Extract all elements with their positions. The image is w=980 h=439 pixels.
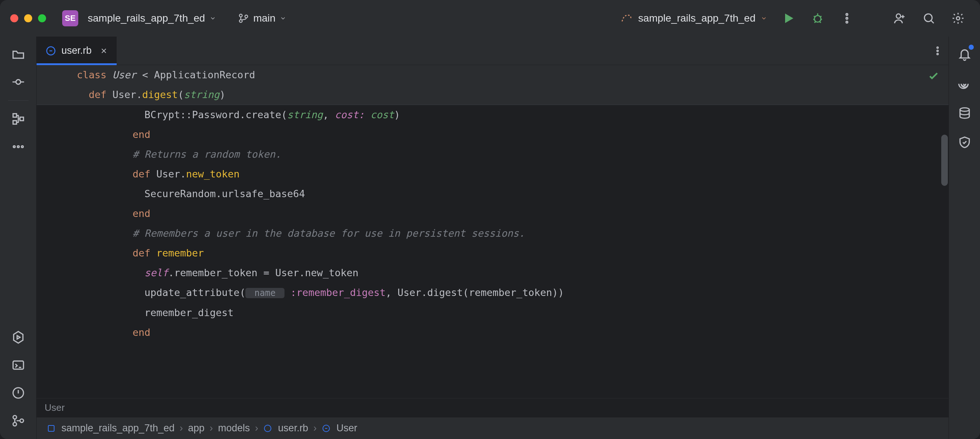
database-tool-button[interactable] [953, 102, 976, 125]
problems-tool-button[interactable] [5, 380, 32, 406]
code-line[interactable]: def remember [80, 243, 948, 263]
titlebar: SE sample_rails_app_7th_ed main sample_r… [0, 0, 980, 37]
chevron-down-icon [210, 15, 216, 22]
close-window-button[interactable] [10, 14, 18, 22]
project-badge: SE [62, 10, 78, 26]
code-line[interactable]: end [80, 204, 948, 223]
svg-point-2 [245, 15, 248, 18]
tab-user-rb[interactable]: user.rb [37, 37, 117, 65]
svg-point-14 [13, 145, 15, 147]
notification-dot [969, 45, 974, 50]
more-actions-button[interactable] [835, 6, 859, 30]
svg-point-29 [960, 108, 969, 112]
editor[interactable]: class User < ApplicationRecord def User.… [37, 65, 948, 398]
svg-point-5 [846, 18, 848, 19]
chevron-right-icon: › [180, 423, 183, 434]
ellipsis-icon [11, 140, 25, 154]
svg-point-4 [846, 14, 848, 15]
terminal-tool-button[interactable] [5, 352, 32, 378]
ruby-file-icon [263, 424, 273, 433]
code-line[interactable]: class User < ApplicationRecord [37, 65, 948, 85]
scrollbar-thumb[interactable] [941, 135, 948, 186]
window-controls [10, 14, 46, 22]
svg-rect-17 [13, 361, 24, 369]
crumb-item[interactable]: user.rb [278, 423, 308, 434]
notifications-button[interactable] [953, 43, 976, 66]
crumb-item[interactable]: models [218, 423, 250, 434]
svg-point-16 [21, 145, 23, 147]
git-icon [11, 414, 25, 428]
class-icon [322, 424, 331, 433]
code-line[interactable]: # Returns a random token. [80, 145, 948, 164]
code-line[interactable]: def User.new_token [80, 164, 948, 184]
svg-rect-12 [13, 121, 16, 125]
close-icon[interactable] [100, 47, 108, 55]
code-with-me-button[interactable] [888, 6, 911, 30]
run-button[interactable] [777, 6, 800, 30]
crumb-item[interactable]: User [336, 423, 357, 434]
more-tools-button[interactable] [5, 134, 32, 160]
maximize-window-button[interactable] [38, 14, 46, 22]
svg-point-1 [239, 20, 242, 23]
chevron-right-icon: › [255, 423, 258, 434]
svg-rect-26 [48, 425, 54, 431]
ai-assistant-button[interactable] [953, 72, 976, 95]
settings-button[interactable] [947, 6, 970, 30]
checkmark-icon [928, 70, 940, 82]
run-config-selector[interactable]: sample_rails_app_7th_ed [617, 10, 771, 27]
svg-point-25 [937, 53, 938, 54]
database-icon [958, 106, 972, 120]
structure-tool-button[interactable] [5, 106, 32, 132]
code-line[interactable]: end [80, 125, 948, 145]
code-line[interactable]: update_attribute( name :remember_digest,… [80, 283, 948, 303]
rails-icon [620, 12, 633, 24]
crumb-item[interactable]: sample_rails_app_7th_ed [61, 423, 174, 434]
project-selector[interactable]: sample_rails_app_7th_ed [84, 10, 220, 26]
code-line[interactable]: # Remembers a user in the database for u… [80, 223, 948, 243]
terminal-icon [11, 358, 25, 372]
commit-tool-button[interactable] [5, 69, 32, 95]
tab-options-button[interactable] [927, 37, 948, 65]
code-line[interactable]: def User.digest(string) [37, 85, 948, 105]
code-line[interactable]: SecureRandom.urlsafe_base64 [80, 184, 948, 204]
crumb-item[interactable]: app [188, 423, 204, 434]
branch-icon [238, 13, 249, 24]
svg-rect-13 [20, 117, 24, 121]
editor-breadcrumb-label: User [45, 402, 65, 413]
project-tool-button[interactable] [5, 41, 32, 67]
debug-button[interactable] [806, 6, 829, 30]
spiral-icon [958, 77, 972, 91]
svg-point-10 [16, 80, 21, 85]
svg-point-21 [20, 419, 24, 423]
git-branch-selector[interactable]: main [234, 10, 290, 26]
editor-tabs: user.rb [37, 37, 948, 65]
editor-scrollbar[interactable] [940, 65, 948, 398]
editor-breadcrumb[interactable]: User [37, 398, 948, 417]
bell-icon [958, 48, 972, 61]
code-line[interactable]: self.remember_token = User.new_token [80, 263, 948, 283]
folder-icon [11, 47, 25, 61]
code-line[interactable]: end [80, 322, 948, 342]
svg-point-15 [17, 145, 19, 147]
tab-label: user.rb [61, 45, 92, 56]
svg-point-19 [13, 416, 16, 419]
svg-point-23 [937, 47, 938, 48]
svg-point-24 [937, 50, 938, 51]
search-everywhere-button[interactable] [917, 6, 940, 30]
project-name-label: sample_rails_app_7th_ed [88, 13, 205, 24]
code-line[interactable]: remember_digest [80, 303, 948, 322]
svg-point-6 [846, 21, 848, 23]
git-tool-button[interactable] [5, 407, 32, 434]
warning-icon [11, 386, 25, 400]
structure-icon [11, 112, 25, 126]
svg-point-7 [896, 14, 900, 18]
left-tool-strip [0, 37, 37, 439]
minimize-window-button[interactable] [24, 14, 32, 22]
services-tool-button[interactable] [5, 324, 32, 350]
inspection-status[interactable] [928, 70, 940, 83]
ruby-file-icon [45, 45, 56, 56]
branch-label: main [253, 13, 276, 24]
code-line[interactable]: BCrypt::Password.create(string, cost: co… [80, 105, 948, 125]
security-button[interactable] [953, 131, 976, 154]
run-config-label: sample_rails_app_7th_ed [638, 13, 756, 24]
